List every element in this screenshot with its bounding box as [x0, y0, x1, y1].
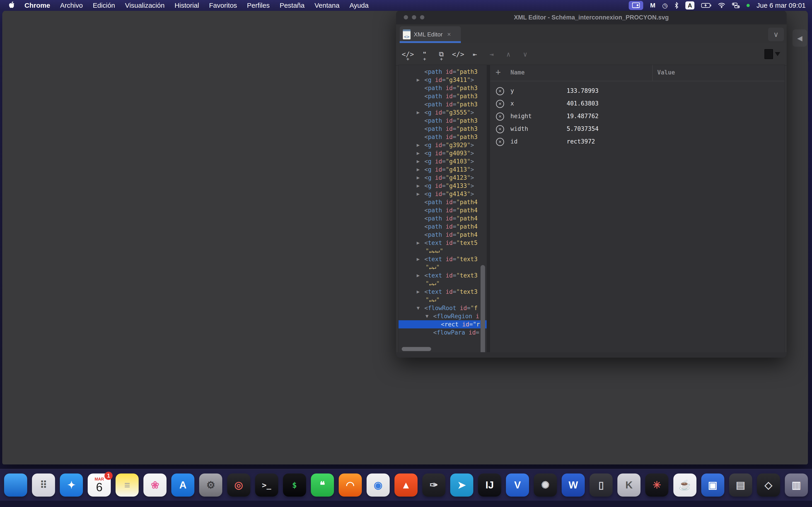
tab-close-icon[interactable]: ×	[447, 31, 451, 38]
xml-tree-row[interactable]: <path id="path4	[399, 231, 487, 239]
duplicate-node-button[interactable]: ⧉+	[435, 47, 448, 61]
dock-icon-messages[interactable]: ❝	[311, 473, 334, 497]
xml-tree-row[interactable]: ▶<g id="g4093">	[399, 149, 487, 157]
attribute-value[interactable]: 5.7037354	[567, 122, 599, 135]
time-machine-icon[interactable]: ◷	[662, 2, 668, 9]
delete-node-button[interactable]: </>	[452, 47, 464, 61]
dock-icon-inkscape[interactable]: ◇	[757, 473, 780, 497]
dock-icon-firefox[interactable]: ◠	[339, 473, 362, 497]
xml-tree-row[interactable]: ▶<g id="g3411">	[399, 76, 487, 84]
menu-item-historial[interactable]: Historial	[174, 2, 199, 9]
xml-tree-row[interactable]: <path id="path4	[399, 214, 487, 223]
node-display-options[interactable]	[764, 49, 780, 59]
new-text-node-button[interactable]: ❝+	[418, 47, 431, 61]
dock-icon-safari[interactable]: ✦	[60, 473, 83, 497]
xml-tree-row[interactable]: <rect id="r	[399, 320, 487, 328]
xml-text-content-row[interactable]: "↵↵"	[399, 280, 487, 288]
xml-text-content-row[interactable]: "↵↵↵"	[399, 247, 487, 255]
xml-tree-row[interactable]: ▶<g id="g4123">	[399, 174, 487, 182]
dock-icon-launchpad[interactable]: ⠿	[32, 473, 55, 497]
xml-tree-row[interactable]: ▶<g id="g3929">	[399, 141, 487, 149]
dock-icon-telegram[interactable]: ➤	[450, 473, 473, 497]
delete-attribute-icon[interactable]: ×	[496, 125, 504, 133]
attribute-name[interactable]: width	[510, 122, 528, 135]
malwarebytes-icon[interactable]: M	[650, 2, 655, 9]
dock-icon-archive-blue[interactable]: ▣	[701, 473, 724, 497]
apple-menu-icon[interactable]	[9, 1, 14, 10]
dock-icon-resolve[interactable]: ✺	[534, 473, 557, 497]
expand-arrow-icon[interactable]: ▶	[417, 271, 420, 280]
menu-item-edición[interactable]: Edición	[93, 2, 115, 9]
xml-tree-row[interactable]: <path id="path4	[399, 223, 487, 231]
indent-node-button[interactable]: ⇥	[485, 47, 498, 61]
dock-icon-keychain[interactable]: K	[617, 473, 641, 497]
dock-icon-chrome[interactable]: ◉	[367, 473, 390, 497]
dock-icon-intellij[interactable]: IJ	[478, 473, 501, 497]
xml-tree-row[interactable]: ▶<text id="text5	[399, 239, 487, 247]
wifi-icon[interactable]	[718, 3, 725, 8]
dock-icon-color-picker[interactable]: ✑	[422, 473, 445, 497]
move-node-up-button[interactable]: ∧	[502, 47, 515, 61]
tree-hscrollbar-thumb[interactable]	[402, 347, 431, 351]
tab-xml-editor[interactable]: <> XML Editor ×	[400, 26, 461, 43]
xml-tree-row[interactable]: -	[399, 65, 487, 68]
delete-attribute-icon[interactable]: ×	[496, 87, 504, 95]
xml-tree-row[interactable]: ▶<g id="g4133">	[399, 182, 487, 190]
expand-arrow-icon[interactable]: ▶	[417, 141, 420, 149]
bluetooth-icon[interactable]	[674, 2, 678, 9]
xml-tree-row[interactable]: ▶<g id="g4103">	[399, 157, 487, 165]
xml-tree-row[interactable]: ▶<g id="g3555">	[399, 108, 487, 117]
xml-tree-row[interactable]: ▼<flowRegion i	[399, 312, 487, 320]
dock-icon-calendar[interactable]: MAR61	[88, 473, 111, 497]
dock-icon-music-app[interactable]: ◎	[227, 473, 250, 497]
delete-attribute-icon[interactable]: ×	[496, 100, 504, 108]
tree-vscrollbar-thumb[interactable]	[480, 265, 485, 353]
dock-icon-spark[interactable]: ✳	[645, 473, 668, 497]
expand-arrow-icon[interactable]: ▶	[417, 239, 420, 247]
dock-icon-iphone-mirroring[interactable]: ▯	[590, 473, 613, 497]
expand-arrow-icon[interactable]: ▶	[417, 190, 420, 198]
dock-icon-system-settings[interactable]: ⚙	[199, 473, 222, 497]
xml-tree-row[interactable]: <path id="path4	[399, 206, 487, 214]
xml-tree-row[interactable]: <path id="path3	[399, 92, 487, 100]
xml-tree-row[interactable]: <path id="path3	[399, 117, 487, 125]
delete-attribute-icon[interactable]: ×	[496, 138, 504, 146]
menu-item-visualización[interactable]: Visualización	[125, 2, 165, 9]
screen-mirroring-icon[interactable]	[629, 1, 643, 10]
dock-icon-finder[interactable]	[4, 473, 27, 497]
collapse-panel-button[interactable]: ◀	[793, 30, 807, 47]
dock-icon-docs-blue[interactable]: V	[506, 473, 529, 497]
expand-arrow-icon[interactable]: ▶	[417, 108, 420, 117]
dock-icon-brave[interactable]: ▲	[395, 473, 417, 497]
xml-text-content-row[interactable]: "↵↵"	[399, 296, 487, 304]
minimize-button[interactable]	[412, 15, 416, 19]
new-element-node-button[interactable]: </>+	[401, 47, 414, 61]
move-node-down-button[interactable]: ∨	[519, 47, 531, 61]
expand-arrow-icon[interactable]: ▶	[417, 157, 420, 165]
add-attribute-button[interactable]: +	[496, 67, 501, 77]
xml-tree-panel[interactable]: -<path id="path3▶<g id="g3411"><path id=…	[398, 65, 487, 353]
menu-item-chrome[interactable]: Chrome	[24, 2, 50, 9]
dock-icon-java[interactable]: ☕	[673, 473, 697, 497]
xml-tree-row[interactable]: <path id="path3	[399, 133, 487, 141]
dock-icon-archive-dark[interactable]: ▤	[729, 473, 752, 497]
expand-arrow-icon[interactable]: ▶	[417, 182, 420, 190]
menu-item-perfiles[interactable]: Perfiles	[247, 2, 270, 9]
expand-arrow-icon[interactable]: ▶	[417, 149, 420, 157]
panel-splitter[interactable]	[487, 65, 490, 352]
xml-tree-row[interactable]: ▼<flowRoot id="f	[399, 304, 487, 312]
xml-tree-row[interactable]: <path id="path3	[399, 100, 487, 108]
attribute-name[interactable]: x	[510, 97, 514, 110]
dock-icon-word[interactable]: W	[562, 473, 585, 497]
collapse-arrow-icon[interactable]: ▼	[417, 304, 420, 312]
attribute-value[interactable]: 19.487762	[567, 110, 599, 122]
xml-tree-row[interactable]: ▶<text id="text3	[399, 271, 487, 280]
panel-chevron-button[interactable]: ∨	[768, 27, 784, 41]
xml-text-content-row[interactable]: "↵↵"	[399, 263, 487, 271]
xml-tree-row[interactable]: <path id="path3	[399, 68, 487, 76]
xml-tree-row[interactable]: ▶<g id="g4143">	[399, 190, 487, 198]
attribute-value[interactable]: 133.78993	[567, 84, 599, 97]
menu-clock[interactable]: Jue 6 mar 09:01	[757, 2, 806, 9]
expand-arrow-icon[interactable]: ▶	[417, 174, 420, 182]
xml-tree-row[interactable]: ▶<text id="text3	[399, 288, 487, 296]
